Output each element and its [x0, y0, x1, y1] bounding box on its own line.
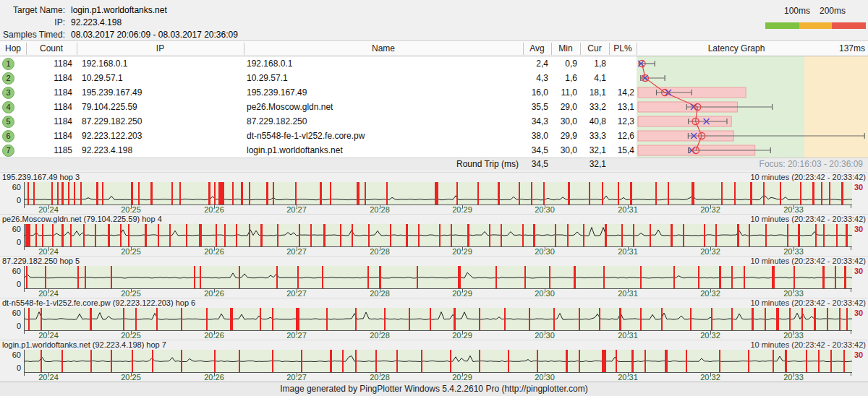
timeline-plot[interactable]	[24, 266, 852, 289]
legend-green-segment	[765, 22, 799, 29]
loss-bar	[812, 182, 814, 205]
loss-bar	[80, 182, 82, 205]
loss-bar	[70, 224, 72, 246]
time-tick-label: 20:24	[32, 331, 65, 340]
loss-bar	[386, 182, 388, 205]
loss-bar	[789, 308, 791, 330]
loss-bar	[27, 182, 29, 205]
loss-bar	[477, 182, 479, 205]
time-tick-label: 20:24	[32, 289, 65, 298]
loss-bar	[567, 224, 569, 246]
timeline-graph: dt-n5548-fe-1-vl252.fe.core.pw (92.223.1…	[0, 298, 868, 340]
timeline-period: 10 minutes (20:23:42 - 20:33:42)	[750, 340, 866, 350]
loss-bar	[479, 308, 480, 330]
loss-bar	[224, 224, 226, 246]
cell-pl	[592, 71, 634, 85]
loss-bar	[665, 350, 668, 372]
time-axis-start-tick	[24, 288, 25, 292]
time-tick-label: 20:25	[114, 289, 148, 298]
time-tick-label: 20:25	[114, 247, 148, 256]
loss-bar	[390, 224, 391, 246]
cell-name: 192.168.0.1	[247, 56, 514, 71]
loss-bar	[835, 266, 836, 288]
target-name-value: login.p1.worldoftanks.net	[71, 5, 167, 15]
loss-bar	[25, 224, 30, 246]
cell-pl: 12,3	[592, 114, 634, 129]
time-tick-label: 20:28	[363, 205, 396, 214]
time-axis-start-tick	[24, 330, 25, 334]
cell-ip: 92.223.122.203	[82, 129, 241, 143]
loss-bar	[297, 266, 299, 288]
cell-ip: 195.239.167.49	[82, 85, 241, 100]
latency-markers-svg	[637, 56, 868, 158]
loss-bar	[273, 182, 274, 205]
loss-bar	[519, 182, 520, 205]
time-tick-label: 20:33	[777, 331, 810, 340]
col-avg: Avg	[523, 41, 551, 56]
loss-bar	[763, 182, 765, 205]
loss-bar	[603, 266, 605, 288]
loss-bar	[96, 182, 98, 205]
time-tick-label: 20:32	[694, 247, 727, 256]
loss-bar	[579, 350, 580, 372]
loss-bar	[529, 308, 530, 330]
loss-bar	[661, 308, 663, 330]
loss-bar	[686, 350, 687, 372]
loss-bar	[111, 350, 112, 372]
loss-bar	[698, 266, 699, 288]
loss-bar	[430, 308, 431, 330]
time-tick-label: 20:33	[777, 373, 810, 382]
loss-bar	[57, 182, 59, 205]
loss-bar	[734, 182, 736, 205]
round-trip-row: Round Trip (ms) 34,5 32,1 Focus: 20:16:0…	[0, 158, 868, 171]
loss-bar	[272, 350, 273, 372]
timeline-plot[interactable]	[24, 182, 852, 205]
cell-name: pe26.Moscow.gldn.net	[247, 100, 514, 114]
loss-bar	[418, 224, 420, 246]
latency-graph-panel[interactable]	[637, 56, 868, 158]
time-tick-label: 20:31	[611, 289, 644, 298]
loss-bar	[830, 350, 832, 372]
loss-bar	[320, 182, 322, 205]
loss-bar	[793, 266, 795, 288]
loss-bar	[340, 224, 341, 246]
loss-bar	[171, 182, 173, 205]
col-count: Count	[26, 41, 77, 56]
loss-bar	[90, 350, 92, 372]
time-tick-label: 20:25	[114, 205, 148, 214]
loss-bar	[715, 224, 717, 246]
hop-number-badge: 7	[2, 145, 14, 157]
timeline-plot[interactable]	[24, 350, 852, 373]
time-tick-label: 20:28	[363, 289, 396, 298]
time-tick-label: 20:25	[114, 373, 148, 382]
loss-bar	[169, 224, 171, 246]
cell-ip: 10.29.57.1	[82, 71, 241, 85]
time-tick-label: 20:31	[611, 331, 644, 340]
cell-count: 1184	[26, 56, 72, 71]
loss-bar	[549, 266, 550, 288]
loss-bar	[384, 308, 386, 330]
loss-bar	[673, 266, 675, 288]
latency-trace	[25, 224, 852, 246]
loss-bar	[731, 308, 733, 330]
timeline-period: 10 minutes (20:23:42 - 20:33:42)	[750, 215, 866, 224]
time-tick-label: 20:30	[528, 247, 561, 256]
loss-bar	[375, 350, 377, 372]
loss-bar	[823, 224, 825, 246]
loss-bar	[61, 224, 64, 246]
y-axis-alert-label: 30	[854, 309, 863, 317]
loss-bar	[748, 350, 749, 372]
cell-name: 10.29.57.1	[247, 71, 514, 85]
loss-bar	[765, 224, 767, 246]
timeline-plot[interactable]	[24, 308, 852, 331]
loss-bar	[132, 350, 133, 372]
loss-bar	[417, 266, 418, 288]
timeline-plot[interactable]	[24, 224, 852, 247]
loss-bar	[52, 224, 54, 246]
loss-bar	[568, 182, 570, 205]
loss-bar	[342, 350, 344, 372]
y-axis-max-label: 60	[2, 184, 21, 191]
time-axis-start-tick	[24, 372, 25, 376]
loss-bar	[798, 224, 800, 246]
loss-bar	[355, 350, 357, 372]
